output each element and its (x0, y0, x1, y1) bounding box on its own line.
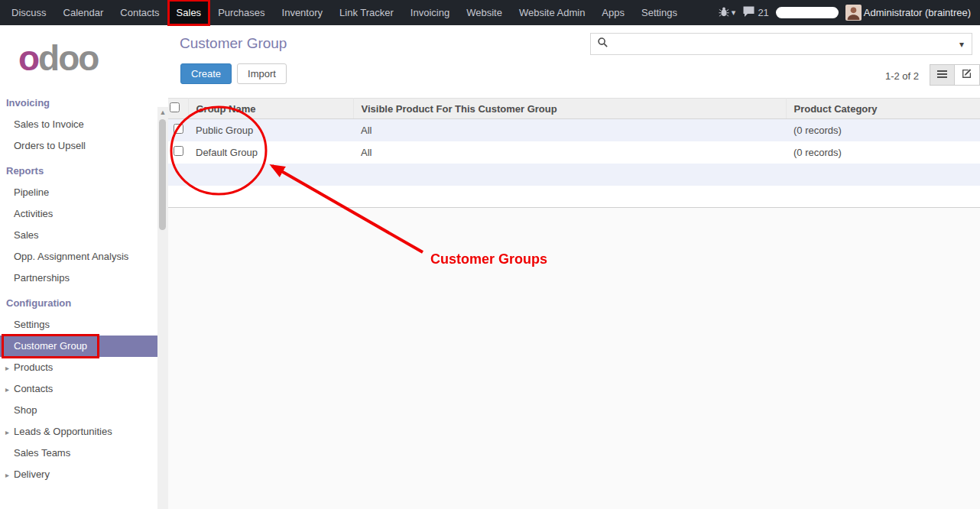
menu-sales[interactable]: Sales (168, 0, 210, 25)
menu-apps[interactable]: Apps (593, 0, 633, 25)
debug-menu-button[interactable]: ▾ (719, 6, 736, 20)
messages-button[interactable]: 21 (742, 5, 768, 21)
column-header-group-name[interactable]: Group Name (188, 99, 353, 119)
sidebar-item-sales[interactable]: Sales (0, 225, 157, 246)
sidebar-item-partnerships[interactable]: Partnerships (0, 267, 157, 289)
column-header-product-category[interactable]: Product Category (786, 99, 980, 119)
sidebar: odoo Invoicing Sales to Invoice Orders t… (0, 25, 168, 509)
menu-inventory[interactable]: Inventory (274, 0, 331, 25)
cell-product-category[interactable]: (0 records) (786, 141, 980, 164)
menu-contacts[interactable]: Contacts (112, 0, 167, 25)
sidebar-menu: Invoicing Sales to Invoice Orders to Ups… (0, 91, 157, 485)
sidebar-item-settings[interactable]: Settings (0, 314, 157, 336)
menu-discuss[interactable]: Discuss (3, 0, 55, 25)
customer-group-table: Group Name Visible Product For This Cust… (168, 98, 980, 208)
caret-right-icon: ▸ (5, 363, 9, 374)
cell-visible-product[interactable]: All (353, 119, 786, 141)
menu-link-tracker[interactable]: Link Tracker (331, 0, 402, 25)
section-reports: Reports (0, 159, 157, 182)
cell-group-name[interactable]: Default Group (188, 141, 353, 164)
sidebar-item-label: Products (14, 361, 53, 373)
menu-settings[interactable]: Settings (633, 0, 686, 25)
create-button[interactable]: Create (180, 63, 232, 84)
search-input[interactable] (613, 38, 958, 50)
sidebar-item-delivery[interactable]: ▸ Delivery (0, 464, 157, 485)
caret-down-icon: ▾ (732, 8, 736, 18)
sidebar-item-pipeline[interactable]: Pipeline (0, 182, 157, 203)
caret-right-icon: ▸ (5, 470, 9, 481)
chat-bubble-icon (742, 5, 755, 21)
messages-count: 21 (758, 7, 768, 18)
caret-right-icon: ▸ (5, 384, 9, 395)
table-row-public-group[interactable]: Public Group All (0 records) (168, 119, 980, 141)
content-background (168, 207, 980, 509)
logo-rest: doo (38, 38, 98, 78)
caret-right-icon: ▸ (5, 427, 9, 438)
sidebar-item-label: Delivery (14, 468, 50, 480)
user-avatar (845, 5, 862, 21)
row-checkbox[interactable] (174, 146, 183, 156)
user-name-label: Administrator (braintree) (864, 7, 971, 18)
sidebar-item-customer-group[interactable]: Customer Group (0, 336, 157, 357)
timer-pill-widget[interactable] (776, 7, 839, 18)
import-button[interactable]: Import (237, 63, 287, 84)
page-title: Customer Group (180, 35, 287, 52)
sidebar-item-contacts[interactable]: ▸ Contacts (0, 378, 157, 400)
logo-first-letter: o (18, 38, 38, 78)
sidebar-item-label: Contacts (14, 383, 53, 394)
menu-calendar[interactable]: Calendar (55, 0, 112, 25)
row-checkbox[interactable] (174, 124, 183, 134)
search-icon (597, 37, 608, 51)
sidebar-item-leads-opportunities[interactable]: ▸ Leads & Opportunities (0, 421, 157, 443)
odoo-logo[interactable]: odoo (0, 25, 157, 86)
list-view-icon (937, 68, 947, 82)
sidebar-item-sales-teams[interactable]: Sales Teams (0, 443, 157, 464)
sidebar-item-opp-assignment-analysis[interactable]: Opp. Assignment Analysis (0, 246, 157, 267)
user-menu-button[interactable]: Administrator (braintree) (845, 5, 971, 21)
select-all-checkbox[interactable] (170, 102, 180, 112)
section-invoicing: Invoicing (0, 91, 157, 114)
main-content: Customer Group ▾ Create Import 1-2 of 2 (168, 25, 980, 509)
sidebar-item-products[interactable]: ▸ Products (0, 357, 157, 378)
bug-icon (719, 6, 729, 20)
menu-website[interactable]: Website (458, 0, 511, 25)
sidebar-scrollbar-thumb[interactable] (159, 119, 166, 230)
section-configuration: Configuration (0, 291, 157, 314)
pager-label: 1-2 of 2 (885, 70, 919, 82)
form-edit-icon (962, 68, 972, 82)
search-bar: ▾ (590, 33, 972, 55)
sidebar-item-activities[interactable]: Activities (0, 203, 157, 225)
cell-group-name[interactable]: Public Group (188, 119, 353, 141)
table-row-default-group[interactable]: Default Group All (0 records) (168, 141, 980, 164)
sidebar-scrollbar-track[interactable]: ▲ (157, 107, 168, 509)
topbar-right-tools: ▾ 21 Administrator (braintree) (719, 5, 980, 21)
menu-invoicing[interactable]: Invoicing (402, 0, 458, 25)
search-dropdown-caret-icon[interactable]: ▾ (958, 39, 965, 50)
top-menu-list: Discuss Calendar Contacts Sales Purchase… (0, 0, 686, 25)
sidebar-item-orders-to-upsell[interactable]: Orders to Upsell (0, 135, 157, 157)
cell-product-category[interactable]: (0 records) (786, 119, 980, 141)
table-header-row: Group Name Visible Product For This Cust… (168, 99, 980, 119)
column-header-visible-product[interactable]: Visible Product For This Customer Group (353, 99, 786, 119)
list-view-button[interactable] (930, 64, 955, 86)
form-view-button[interactable] (955, 64, 980, 86)
scroll-up-arrow-icon[interactable]: ▲ (157, 107, 168, 118)
menu-website-admin[interactable]: Website Admin (511, 0, 593, 25)
sidebar-item-label: Leads & Opportunities (14, 426, 112, 437)
cell-visible-product[interactable]: All (353, 141, 786, 164)
sidebar-item-label: Customer Group (14, 340, 87, 352)
empty-row (168, 164, 980, 186)
view-switcher (930, 64, 980, 86)
list-view: Group Name Visible Product For This Cust… (168, 98, 980, 208)
top-navbar: Discuss Calendar Contacts Sales Purchase… (0, 0, 980, 25)
sidebar-item-sales-to-invoice[interactable]: Sales to Invoice (0, 114, 157, 135)
sidebar-item-shop[interactable]: Shop (0, 400, 157, 421)
empty-row (168, 186, 980, 208)
menu-purchases[interactable]: Purchases (209, 0, 273, 25)
